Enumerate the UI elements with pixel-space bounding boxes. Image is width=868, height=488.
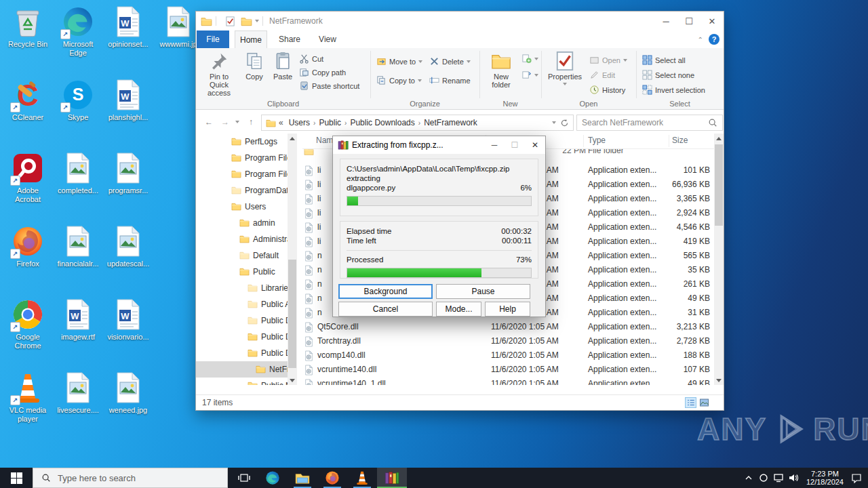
maximize-button[interactable]: ☐ bbox=[677, 12, 701, 30]
desktop-icon-imagew-rtf[interactable]: Wimagew.rtf bbox=[53, 298, 103, 366]
tree-item-public[interactable]: Public bbox=[196, 264, 288, 280]
desktop-icon-livesecure[interactable]: livesecure.... bbox=[53, 371, 103, 439]
mode-button[interactable]: Mode... bbox=[436, 302, 481, 317]
file-row-torchtray-dll[interactable]: Torchtray.dll11/6/2020 1:05 AMApplicatio… bbox=[302, 334, 714, 348]
tray-chevron-icon[interactable] bbox=[741, 468, 756, 488]
desktop-icon-opinionset[interactable]: Wopinionset... bbox=[103, 5, 153, 73]
desktop-icon-microsoft-edge[interactable]: ↗Microsoft Edge bbox=[53, 5, 103, 73]
copy-path-button[interactable]: Copy path bbox=[299, 67, 346, 77]
desktop-icon-ccleaner[interactable]: C↗CCleaner bbox=[3, 79, 53, 146]
open-button[interactable]: Open bbox=[589, 55, 627, 65]
tree-item-default[interactable]: Default bbox=[196, 247, 288, 264]
tree-item-public-acc[interactable]: Public Acc bbox=[196, 296, 288, 312]
paste-shortcut-button[interactable]: Paste shortcut bbox=[299, 81, 359, 91]
back-button[interactable]: ← bbox=[201, 115, 216, 129]
taskbar-search-input[interactable] bbox=[56, 472, 227, 484]
history-button[interactable]: History bbox=[589, 85, 625, 95]
tree-item-public-doc[interactable]: Public Doc bbox=[196, 329, 288, 345]
list-scroll-down-icon[interactable] bbox=[714, 375, 724, 385]
properties-button[interactable]: Properties bbox=[546, 51, 584, 89]
desktop-icon-visionvario[interactable]: Wvisionvario... bbox=[103, 298, 153, 366]
taskbar-winrar-button[interactable] bbox=[377, 468, 407, 488]
tree-scroll-down-icon[interactable] bbox=[288, 375, 297, 385]
tree-item-perflogs[interactable]: PerfLogs bbox=[196, 134, 288, 150]
file-row-vcruntime140-dll[interactable]: vcruntime140.dll11/6/2020 1:05 AMApplica… bbox=[302, 363, 714, 377]
taskbar-firefox-button[interactable] bbox=[317, 468, 347, 488]
volume-icon[interactable] bbox=[786, 468, 801, 488]
action-center-icon[interactable] bbox=[849, 468, 864, 488]
desktop-icon-recycle-bin[interactable]: Recycle Bin bbox=[3, 5, 53, 73]
file-row-vcruntime140-1-dll[interactable]: vcruntime140_1.dll11/6/2020 1:05 AMAppli… bbox=[302, 377, 714, 385]
desktop-icon-firefox[interactable]: ↗Firefox bbox=[3, 225, 53, 293]
task-view-button[interactable] bbox=[231, 468, 258, 488]
tab-share[interactable]: Share bbox=[273, 30, 307, 48]
refresh-icon[interactable] bbox=[560, 119, 569, 127]
desktop-icon-google-chrome[interactable]: ↗Google Chrome bbox=[3, 298, 53, 366]
taskbar-edge-button[interactable] bbox=[258, 468, 288, 488]
column-header-size[interactable]: Size bbox=[672, 136, 688, 145]
tree-item-program-files[interactable]: Program Files bbox=[196, 150, 288, 166]
desktop-icon-skype[interactable]: S↗Skype bbox=[53, 79, 103, 146]
help-button-dialog[interactable]: Help bbox=[485, 302, 530, 317]
tree-item-admin[interactable]: admin bbox=[196, 215, 288, 231]
help-button[interactable]: ? bbox=[709, 34, 719, 45]
thumbnail-view-button[interactable] bbox=[698, 397, 710, 408]
qat-customize-icon[interactable] bbox=[255, 20, 259, 24]
tree-item-netfram[interactable]: NetFram bbox=[196, 361, 288, 378]
tree-item-public-dow[interactable]: Public Dow bbox=[196, 345, 288, 361]
desktop-icon-weneed-jpg[interactable]: weneed.jpg bbox=[103, 371, 153, 439]
search-input[interactable] bbox=[577, 117, 708, 128]
network-icon[interactable] bbox=[771, 468, 786, 488]
tree-item-administrat[interactable]: Administrat bbox=[196, 231, 288, 247]
cut-button[interactable]: Cut bbox=[299, 54, 323, 64]
desktop-icon-vlc-media-player[interactable]: ↗VLC media player bbox=[3, 371, 53, 439]
recent-locations-icon[interactable] bbox=[233, 115, 242, 129]
desktop-icon-planshighl[interactable]: Wplanshighl... bbox=[103, 79, 153, 146]
file-row-qt5core-dll[interactable]: Qt5Core.dll11/6/2020 1:05 AMApplication … bbox=[302, 320, 714, 334]
invert-selection-button[interactable]: Invert selection bbox=[642, 85, 705, 95]
tree-scrollbar[interactable] bbox=[288, 134, 297, 385]
edit-button[interactable]: Edit bbox=[589, 70, 615, 80]
breadcrumb-overflow[interactable]: « bbox=[276, 118, 286, 127]
breadcrumb-item[interactable]: Public bbox=[316, 118, 344, 127]
breadcrumb-item[interactable]: NetFramework bbox=[421, 118, 480, 127]
breadcrumb-item[interactable]: Public Downloads bbox=[347, 118, 417, 127]
cancel-button[interactable]: Cancel bbox=[338, 302, 433, 317]
taskbar-explorer-button[interactable] bbox=[288, 468, 317, 488]
list-scroll-up-icon[interactable] bbox=[714, 134, 724, 143]
paste-button[interactable]: Paste bbox=[269, 51, 296, 81]
easy-access-button[interactable] bbox=[521, 70, 538, 80]
tree-item-programdata[interactable]: ProgramData bbox=[196, 182, 288, 199]
column-header-type[interactable]: Type bbox=[588, 136, 606, 145]
taskbar-vlc-button[interactable] bbox=[347, 468, 377, 488]
dialog-maximize-button[interactable]: ☐ bbox=[505, 137, 525, 153]
details-view-button[interactable] bbox=[685, 397, 696, 408]
select-all-button[interactable]: Select all bbox=[642, 55, 686, 65]
address-dropdown-icon[interactable] bbox=[552, 121, 556, 126]
move-to-button[interactable]: Move to bbox=[376, 56, 422, 66]
list-scrollbar[interactable] bbox=[714, 134, 724, 385]
delete-button[interactable]: Delete bbox=[429, 56, 471, 66]
forward-button[interactable]: → bbox=[218, 115, 233, 129]
tree-item-program-files[interactable]: Program Files bbox=[196, 166, 288, 182]
new-item-button[interactable] bbox=[521, 54, 538, 64]
close-button[interactable]: ✕ bbox=[701, 12, 724, 30]
copy-to-button[interactable]: Copy to bbox=[376, 75, 422, 85]
up-button[interactable]: ↑ bbox=[243, 115, 258, 129]
background-button[interactable]: Background bbox=[338, 284, 433, 299]
tree-item-public-mu[interactable]: Public Mu bbox=[196, 378, 288, 385]
qat-new-folder-icon[interactable] bbox=[241, 16, 252, 26]
desktop-icon-financialalr[interactable]: financialalr... bbox=[53, 225, 103, 293]
collapse-ribbon-icon[interactable]: ⌃ bbox=[698, 36, 703, 43]
breadcrumb-item[interactable]: Users bbox=[286, 118, 313, 127]
qat-folder-icon[interactable] bbox=[201, 16, 212, 26]
tab-home[interactable]: Home bbox=[235, 30, 267, 48]
copy-button[interactable]: Copy bbox=[241, 51, 268, 81]
rename-button[interactable]: Rename bbox=[429, 75, 471, 85]
dialog-close-button[interactable]: ✕ bbox=[525, 137, 545, 153]
tree-scroll-up-icon[interactable] bbox=[288, 134, 297, 143]
desktop-icon-completed[interactable]: completed... bbox=[53, 152, 103, 220]
tab-file[interactable]: File bbox=[197, 30, 229, 48]
minimize-button[interactable]: ─ bbox=[654, 12, 677, 30]
qat-properties-icon[interactable] bbox=[224, 16, 236, 26]
